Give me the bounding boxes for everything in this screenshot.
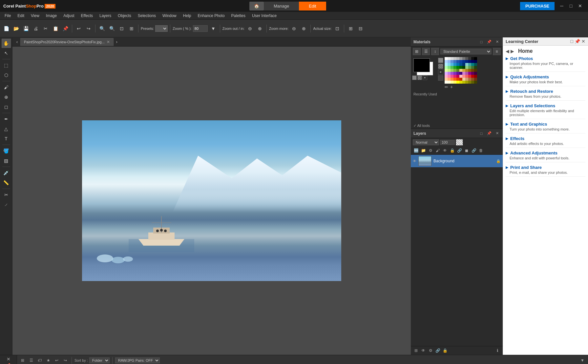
sw-r2[interactable] bbox=[448, 78, 451, 81]
canvas-viewport[interactable] bbox=[12, 47, 411, 355]
gradient-icon[interactable] bbox=[417, 75, 422, 80]
swatch-3[interactable] bbox=[453, 57, 456, 60]
canvas-tab-close[interactable]: ✕ bbox=[107, 40, 110, 44]
layers-close[interactable]: ✕ bbox=[494, 131, 500, 136]
sw-g2[interactable] bbox=[448, 66, 451, 69]
sw-g7[interactable] bbox=[462, 66, 465, 69]
layer-group-btn[interactable]: 📁 bbox=[420, 147, 427, 154]
tool-measure[interactable]: 📏 bbox=[2, 178, 11, 187]
sw-c11[interactable] bbox=[474, 63, 477, 66]
pal-sort-btn[interactable]: ↕ bbox=[431, 48, 439, 55]
sw-g6[interactable] bbox=[459, 66, 462, 69]
sw-c5[interactable] bbox=[456, 63, 459, 66]
tool-magic-wand[interactable]: ⬡ bbox=[2, 71, 11, 80]
sw-y11[interactable] bbox=[474, 81, 477, 84]
swatch-4[interactable] bbox=[456, 57, 459, 60]
layer-visible-btn[interactable]: 👁 bbox=[442, 147, 448, 154]
lc-expand-btn[interactable]: □ bbox=[571, 39, 573, 44]
sw-c8[interactable] bbox=[465, 63, 468, 66]
sw-c3[interactable] bbox=[451, 63, 453, 66]
sw-r3[interactable] bbox=[451, 78, 453, 81]
sw-pk1[interactable] bbox=[445, 75, 448, 78]
lc-title-1[interactable]: ▶ Quick Adjustments bbox=[506, 74, 585, 79]
sw-c9[interactable] bbox=[468, 63, 471, 66]
sw-pk10[interactable] bbox=[471, 75, 474, 78]
layer-row-background[interactable]: 👁 Background 🔒 bbox=[411, 155, 503, 167]
side-color2[interactable] bbox=[438, 64, 443, 69]
layers-expand[interactable]: □ bbox=[478, 131, 484, 136]
layers-bottom-btn3[interactable]: ⚙ bbox=[427, 347, 434, 354]
tb-redo[interactable]: ↪ bbox=[84, 24, 93, 33]
sw-g8[interactable] bbox=[465, 66, 468, 69]
lc-title-7[interactable]: ▶ Print and Share bbox=[506, 165, 585, 170]
close-button[interactable]: ✕ bbox=[576, 1, 585, 10]
organizer-close-btn[interactable]: ✕ bbox=[7, 356, 10, 362]
purchase-button[interactable]: PURCHASE bbox=[520, 2, 555, 10]
org-view-btn2[interactable]: ☰ bbox=[28, 357, 35, 364]
org-collapse-btn[interactable]: ▼ bbox=[579, 357, 586, 364]
tool-select[interactable]: ↖ bbox=[2, 49, 11, 58]
tool-shape[interactable]: △ bbox=[2, 124, 11, 133]
tab-nav-prev[interactable]: ‹ bbox=[14, 39, 20, 45]
sw-c7[interactable] bbox=[462, 63, 465, 66]
tb-save[interactable]: 💾 bbox=[22, 24, 30, 33]
sw-c10[interactable] bbox=[471, 63, 474, 66]
tb-fit[interactable]: ⊡ bbox=[117, 24, 126, 33]
sw-p1[interactable] bbox=[445, 72, 448, 75]
menu-image[interactable]: Image bbox=[43, 13, 60, 19]
tb-print[interactable]: 🖨 bbox=[32, 24, 40, 33]
layer-mask-btn[interactable]: ◼ bbox=[463, 147, 470, 154]
org-raw-select[interactable]: RAW/JPG Pairs: OFF bbox=[115, 357, 160, 363]
zoom-out-btn[interactable]: ⊖ bbox=[246, 24, 254, 33]
tb-open[interactable]: 📂 bbox=[12, 24, 20, 33]
swatch-2[interactable] bbox=[451, 57, 453, 60]
menu-help[interactable]: Help bbox=[180, 13, 195, 19]
swatch-6[interactable] bbox=[462, 57, 465, 60]
sw-pk9[interactable] bbox=[468, 75, 471, 78]
sw-b4[interactable] bbox=[453, 60, 456, 63]
palette-select[interactable]: Standard Palette bbox=[440, 49, 492, 54]
sw-p5[interactable] bbox=[456, 72, 459, 75]
layers-bottom-info[interactable]: ℹ bbox=[494, 347, 501, 354]
texture-icon[interactable]: ✕ bbox=[423, 75, 427, 80]
menu-file[interactable]: File bbox=[1, 13, 14, 19]
tb-zoom-in[interactable]: 🔍 bbox=[98, 24, 106, 33]
sw-b1[interactable] bbox=[445, 60, 448, 63]
sw-p2[interactable] bbox=[448, 72, 451, 75]
materials-expand[interactable]: □ bbox=[478, 39, 484, 45]
sw-r4[interactable] bbox=[453, 78, 456, 81]
sw-yg8[interactable] bbox=[465, 69, 468, 72]
sw-y5[interactable] bbox=[456, 81, 459, 84]
sw-g3[interactable] bbox=[451, 66, 453, 69]
sw-b11[interactable] bbox=[474, 60, 477, 63]
menu-layers[interactable]: Layers bbox=[96, 13, 115, 19]
sw-y4[interactable] bbox=[453, 81, 456, 84]
menu-edit[interactable]: Edit bbox=[14, 13, 28, 19]
layer-new-btn[interactable]: 🆕 bbox=[413, 147, 419, 154]
sw-r10[interactable] bbox=[471, 78, 474, 81]
tb-extra1[interactable]: ⊞ bbox=[346, 24, 355, 33]
zoom-in-btn[interactable]: ⊕ bbox=[256, 24, 264, 33]
layer-fx-btn[interactable]: ⚙ bbox=[427, 147, 434, 154]
blend-mode-select[interactable]: Normal bbox=[413, 139, 439, 145]
actual-size-btn[interactable]: ⊡ bbox=[333, 24, 342, 33]
layer-delete-btn[interactable]: 🗑 bbox=[478, 147, 484, 154]
swatch-9[interactable] bbox=[471, 57, 474, 60]
foreground-color-box[interactable] bbox=[413, 58, 430, 72]
tool-freehand[interactable]: ⬚ bbox=[2, 61, 11, 70]
menu-adjust[interactable]: Adjust bbox=[60, 13, 77, 19]
pattern-icon[interactable] bbox=[412, 75, 417, 80]
layers-bottom-btn2[interactable]: 👁 bbox=[420, 347, 427, 354]
tb-copy[interactable]: 📋 bbox=[51, 24, 60, 33]
sw-yg4[interactable] bbox=[453, 69, 456, 72]
sw-p11[interactable] bbox=[474, 72, 477, 75]
sw-yg9[interactable] bbox=[468, 69, 471, 72]
sw-p10[interactable] bbox=[471, 72, 474, 75]
sw-yg1[interactable] bbox=[445, 69, 448, 72]
sw-pk3[interactable] bbox=[451, 75, 453, 78]
sw-pk11[interactable] bbox=[474, 75, 477, 78]
sw-yg3[interactable] bbox=[451, 69, 453, 72]
minimize-button[interactable]: ─ bbox=[557, 1, 566, 10]
sw-c6[interactable] bbox=[459, 63, 462, 66]
sw-c1[interactable] bbox=[445, 63, 448, 66]
